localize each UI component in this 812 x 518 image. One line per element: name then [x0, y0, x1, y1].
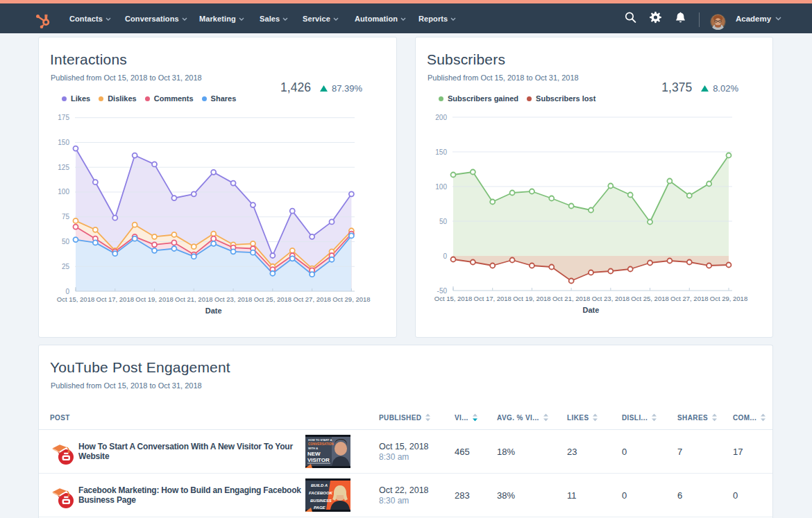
top-navbar: Contacts Conversations Marketing Sales S… — [0, 3, 812, 33]
interactions-chart[interactable]: 0255075100125150175Oct 15, 2018Oct 17, 2… — [39, 37, 398, 338]
column-header-label: POST — [50, 413, 70, 421]
column-header-published[interactable]: PUBLISHED — [379, 413, 430, 421]
table-row[interactable]: Facebook Marketing: How to Build an Enga… — [39, 474, 772, 517]
sort-icon — [425, 413, 430, 421]
account-label: Academy — [736, 15, 771, 23]
column-header-disli[interactable]: DISLI... — [622, 413, 657, 421]
published-time: 8:30 am — [379, 452, 429, 463]
nav-item-marketing[interactable]: Marketing — [199, 3, 244, 33]
sort-icon — [761, 413, 766, 421]
column-header-label: LIKES — [567, 413, 589, 421]
chevron-down-icon — [239, 17, 244, 21]
published-date: Oct 15, 2018 — [379, 441, 429, 452]
comments-cell: 0 — [733, 474, 738, 517]
chevron-down-icon — [450, 17, 456, 21]
post-title-link[interactable]: Facebook Marketing: How to Build an Enga… — [78, 485, 304, 506]
nav-item-reports[interactable]: Reports — [418, 3, 456, 33]
column-header-label: VI... — [455, 413, 468, 421]
nav-item-contacts[interactable]: Contacts — [69, 3, 111, 33]
published-date: Oct 22, 2018 — [379, 485, 429, 496]
views-cell: 465 — [455, 430, 470, 473]
svg-text:25: 25 — [62, 263, 70, 270]
nav-item-label: Sales — [260, 15, 280, 23]
svg-text:-50: -50 — [437, 287, 448, 295]
column-header-post: POST — [50, 413, 70, 421]
video-thumbnail[interactable]: BUILD A FACEBOOK BUSINESS PAGE — [305, 478, 350, 512]
svg-text:150: 150 — [58, 139, 69, 146]
column-header-label: DISLI... — [622, 413, 648, 421]
nav-item-label: Reports — [418, 15, 448, 23]
svg-text:75: 75 — [62, 213, 70, 221]
svg-text:50: 50 — [439, 218, 448, 225]
svg-text:PAGE: PAGE — [314, 506, 326, 510]
chevron-down-icon — [182, 17, 187, 21]
card-subtitle: Published from Oct 15, 2018 to Oct 31, 2… — [51, 381, 202, 390]
nav-item-automation[interactable]: Automation — [355, 3, 406, 33]
nav-divider — [699, 12, 700, 27]
column-header-com[interactable]: COM... — [733, 413, 766, 421]
table-row[interactable]: How To Start A Conversation With A New V… — [39, 430, 772, 474]
comments-cell: 17 — [733, 430, 743, 473]
svg-text:Oct 15, 2018: Oct 15, 2018 — [57, 295, 94, 303]
sort-icon — [712, 413, 717, 421]
svg-text:Oct 25, 2018: Oct 25, 2018 — [631, 295, 668, 302]
svg-text:CONVERSATION: CONVERSATION — [308, 442, 334, 446]
column-header-label: AVG. % VI... — [497, 413, 539, 421]
svg-text:Oct 23, 2018: Oct 23, 2018 — [592, 295, 629, 302]
dislikes-cell: 0 — [622, 474, 627, 517]
svg-text:0: 0 — [65, 288, 69, 295]
chevron-down-icon — [333, 17, 339, 21]
column-header-label: COM... — [733, 413, 756, 421]
svg-text:200: 200 — [435, 114, 447, 121]
chevron-down-icon — [400, 17, 406, 21]
column-header-shares[interactable]: SHARES — [677, 413, 717, 421]
nav-item-label: Contacts — [69, 15, 103, 23]
svg-text:Oct 29, 2018: Oct 29, 2018 — [710, 295, 747, 302]
nav-item-sales[interactable]: Sales — [260, 3, 288, 33]
nav-item-label: Marketing — [199, 15, 236, 23]
column-header-likes[interactable]: LIKES — [567, 413, 598, 421]
svg-text:Oct 19, 2018: Oct 19, 2018 — [513, 295, 550, 302]
subscribers-card: Subscribers Published from Oct 15, 2018 … — [415, 37, 773, 338]
svg-text:NEW: NEW — [307, 451, 321, 457]
svg-text:WITH A: WITH A — [308, 447, 318, 450]
svg-text:Oct 21, 2018: Oct 21, 2018 — [175, 295, 212, 303]
bell-icon[interactable] — [675, 11, 686, 26]
svg-text:BUSINESS: BUSINESS — [310, 499, 332, 503]
sort-icon — [593, 413, 598, 421]
gear-icon[interactable] — [650, 11, 661, 26]
column-header-label: PUBLISHED — [379, 413, 421, 421]
user-avatar[interactable] — [710, 14, 726, 30]
nav-item-label: Service — [303, 15, 330, 23]
svg-text:Date: Date — [583, 306, 600, 314]
svg-text:175: 175 — [58, 114, 69, 121]
video-thumbnail[interactable]: HOW TO START A CONVERSATION WITH A NEW V… — [305, 435, 350, 468]
chevron-down-icon — [775, 17, 781, 21]
sort-icon — [473, 413, 477, 421]
nav-item-service[interactable]: Service — [303, 3, 339, 33]
subscribers-chart[interactable]: -50050100150200Oct 15, 2018Oct 17, 2018O… — [416, 37, 774, 338]
youtube-post-engagement-card: YouTube Post Engagement Published from O… — [38, 345, 773, 518]
youtube-academy-icon — [50, 438, 74, 465]
search-icon[interactable] — [625, 11, 636, 26]
post-title-link[interactable]: How To Start A Conversation With A New V… — [78, 442, 304, 462]
svg-text:Oct 17, 2018: Oct 17, 2018 — [96, 295, 134, 303]
nav-item-label: Conversations — [125, 15, 179, 23]
column-header-avgvi[interactable]: AVG. % VI... — [497, 413, 548, 421]
svg-text:VISITOR: VISITOR — [307, 457, 330, 463]
avg-viewed-cell: 18% — [497, 430, 515, 473]
account-menu[interactable]: Academy — [736, 3, 781, 33]
svg-text:125: 125 — [58, 164, 69, 171]
shares-cell: 7 — [677, 430, 682, 473]
nav-item-conversations[interactable]: Conversations — [125, 3, 187, 33]
column-header-vi[interactable]: VI... — [455, 413, 477, 421]
svg-text:100: 100 — [58, 188, 69, 196]
published-cell: Oct 15, 2018 8:30 am — [379, 430, 429, 473]
avg-viewed-cell: 38% — [497, 474, 515, 517]
sort-icon — [543, 413, 548, 421]
nav-item-label: Automation — [355, 15, 398, 23]
svg-text:Date: Date — [205, 307, 222, 315]
svg-text:BUILD A: BUILD A — [311, 483, 328, 487]
main-menu: Contacts Conversations Marketing Sales S… — [0, 3, 625, 33]
svg-text:100: 100 — [435, 183, 447, 191]
